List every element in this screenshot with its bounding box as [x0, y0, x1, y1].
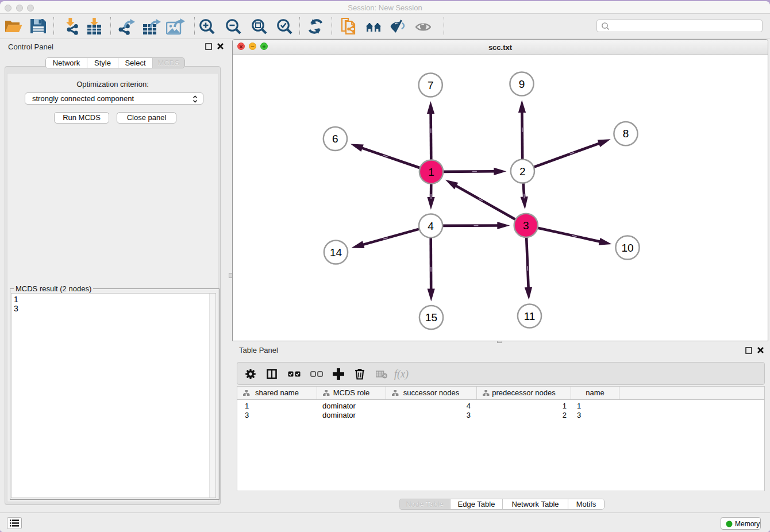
svg-text:7: 7: [428, 79, 434, 91]
svg-text:6: 6: [332, 133, 338, 145]
svg-text:9: 9: [519, 78, 525, 90]
svg-text:4: 4: [428, 220, 434, 232]
svg-text:14: 14: [330, 246, 342, 259]
svg-text:15: 15: [425, 311, 437, 323]
svg-text:8: 8: [623, 128, 629, 140]
svg-text:11: 11: [524, 310, 536, 322]
svg-text:1: 1: [428, 166, 434, 178]
svg-text:3: 3: [523, 219, 529, 232]
svg-text:2: 2: [519, 165, 526, 178]
svg-text:10: 10: [621, 242, 633, 254]
